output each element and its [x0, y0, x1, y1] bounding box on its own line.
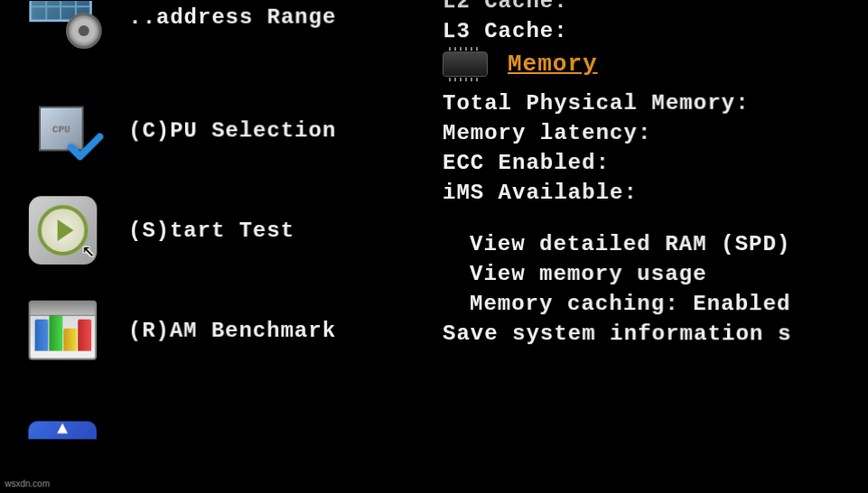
menu-item-partial-bottom[interactable]: ▲	[28, 395, 434, 465]
memory-link[interactable]: Memory	[508, 51, 598, 78]
sidebar-menu: ..address Range CPU (C)PU Selection	[1, 0, 434, 493]
memory-actions-group: View detailed RAM (SPD) View memory usag…	[443, 232, 868, 316]
bar-chart-icon	[29, 296, 98, 365]
menu-item-address-range[interactable]: ..address Range	[29, 0, 434, 51]
arrow-icon: ▲	[28, 395, 97, 464]
menu-item-cpu-selection[interactable]: CPU (C)PU Selection	[29, 96, 434, 164]
watermark: wsxdn.com	[5, 479, 50, 488]
save-system-info-link[interactable]: Save system information s	[443, 321, 868, 346]
grid-gear-icon	[29, 0, 98, 51]
menu-item-start-test[interactable]: ↖ (S)tart Test	[29, 196, 434, 265]
view-detailed-ram-link[interactable]: View detailed RAM (SPD)	[470, 232, 868, 256]
memory-section-header: Memory	[443, 50, 868, 78]
menu-label-start-test: (S)tart Test	[128, 219, 294, 243]
memory-chip-icon	[443, 51, 488, 77]
menu-label-address-range: ..address Range	[128, 5, 336, 29]
memory-caching-label: Memory caching: Enabled	[470, 292, 868, 316]
memory-info-group: Total Physical Memory: Memory latency: E…	[443, 90, 868, 205]
total-physical-memory-label: Total Physical Memory:	[443, 90, 868, 116]
menu-item-ram-benchmark[interactable]: (R)AM Benchmark	[29, 296, 434, 365]
info-panel: L2 Cache: L3 Cache: Memory Total Physica…	[434, 0, 868, 493]
ecc-enabled-label: ECC Enabled:	[443, 151, 868, 175]
menu-label-cpu-selection: (C)PU Selection	[128, 118, 336, 143]
menu-label-ram-benchmark: (R)AM Benchmark	[128, 318, 336, 342]
l2-cache-label: L2 Cache:	[443, 0, 868, 14]
cursor-icon: ↖	[82, 237, 95, 263]
ims-available-label: iMS Available:	[443, 181, 868, 205]
cpu-check-icon: CPU	[29, 97, 98, 165]
memory-latency-label: Memory latency:	[443, 121, 868, 146]
view-memory-usage-link[interactable]: View memory usage	[470, 262, 868, 286]
play-button-icon: ↖	[29, 196, 98, 265]
l3-cache-label: L3 Cache:	[443, 18, 868, 43]
